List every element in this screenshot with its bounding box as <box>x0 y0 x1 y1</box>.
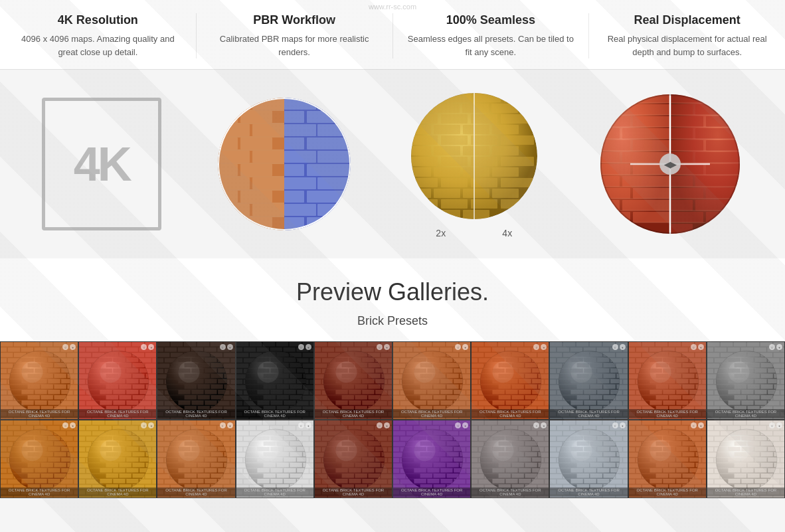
svg-rect-3522 <box>315 436 321 441</box>
thumb-icon: + <box>227 422 233 428</box>
svg-rect-2326 <box>707 353 719 357</box>
svg-rect-2078 <box>668 342 680 347</box>
svg-rect-2582 <box>67 442 79 446</box>
list-item[interactable]: ○ + OCTANE BRICK TEXTURES FOR CINEMA 4D <box>236 420 314 498</box>
svg-rect-2383 <box>773 396 785 400</box>
svg-rect-672 <box>231 358 236 363</box>
svg-rect-3779 <box>466 447 471 452</box>
svg-rect-179 <box>21 347 33 352</box>
svg-point-1834 <box>493 361 514 383</box>
list-item[interactable]: ○ + OCTANE BRICK TEXTURES FOR CINEMA 4D <box>157 420 235 498</box>
feature-displacement: Real Displacement Real physical displace… <box>589 13 785 58</box>
list-item[interactable]: ○ + OCTANE BRICK TEXTURES FOR CINEMA 4D <box>392 341 471 420</box>
list-item[interactable]: ○ + OCTANE BRICK TEXTURES FOR CINEMA 4D <box>78 341 157 420</box>
svg-rect-4249 <box>550 447 556 452</box>
svg-rect-1855 <box>616 353 628 357</box>
list-item[interactable]: ○ + OCTANE BRICK TEXTURES FOR CINEMA 4D <box>314 420 392 498</box>
svg-rect-3772 <box>460 442 472 446</box>
list-item[interactable]: ○ + OCTANE BRICK TEXTURES FOR CINEMA 4D <box>471 341 549 420</box>
svg-rect-417 <box>100 347 112 352</box>
svg-rect-3751 <box>440 426 452 430</box>
svg-rect-679 <box>157 369 163 373</box>
list-item[interactable]: ○ + OCTANE BRICK TEXTURES FOR CINEMA 4D <box>549 420 628 498</box>
svg-rect-666 <box>157 358 163 363</box>
svg-rect-4701 <box>727 426 739 430</box>
svg-rect-4294 <box>624 480 628 484</box>
list-item[interactable]: ○ + OCTANE BRICK TEXTURES FOR CINEMA 4D <box>78 420 157 498</box>
svg-rect-116 <box>633 140 670 151</box>
svg-rect-2602 <box>74 458 78 463</box>
list-item[interactable]: ○ + OCTANE BRICK TEXTURES FOR CINEMA 4D <box>707 420 785 498</box>
svg-rect-2140 <box>629 396 641 400</box>
list-item[interactable]: ○ + OCTANE BRICK TEXTURES FOR CINEMA 4D <box>0 341 78 420</box>
svg-rect-1364 <box>433 342 445 347</box>
list-item[interactable]: ○ + OCTANE BRICK TEXTURES FOR CINEMA 4D <box>392 420 471 498</box>
svg-rect-1618 <box>472 358 478 363</box>
list-item[interactable]: ○ + OCTANE BRICK TEXTURES FOR CINEMA 4D <box>628 341 707 420</box>
thumb-icon: + <box>462 344 468 350</box>
svg-rect-4465 <box>675 426 687 430</box>
svg-rect-3568 <box>315 474 327 479</box>
list-item[interactable]: ○ + OCTANE BRICK TEXTURES FOR CINEMA 4D <box>628 420 707 498</box>
svg-rect-4758 <box>707 474 719 479</box>
svg-point-2547 <box>716 351 777 412</box>
list-item[interactable]: ○ + OCTANE BRICK TEXTURES FOR CINEMA 4D <box>0 420 78 498</box>
svg-rect-4017 <box>545 447 549 452</box>
svg-rect-2371 <box>707 391 713 395</box>
svg-point-1595 <box>402 351 463 412</box>
svg-rect-718 <box>157 401 163 406</box>
svg-rect-3268 <box>276 420 288 425</box>
svg-rect-138 <box>695 128 743 139</box>
svg-rect-3290 <box>309 436 314 441</box>
svg-rect-1432 <box>393 401 399 406</box>
svg-rect-1367 <box>393 347 399 352</box>
svg-rect-4719 <box>707 442 719 446</box>
svg-rect-467 <box>79 391 85 395</box>
thumb-label: OCTANE BRICK TEXTURES FOR CINEMA 4D <box>629 409 706 418</box>
svg-rect-2552 <box>14 420 26 425</box>
svg-rect-2791 <box>106 420 118 425</box>
svg-rect-19 <box>252 204 284 216</box>
pbr-svg <box>218 98 351 230</box>
svg-rect-4288 <box>550 480 556 484</box>
svg-rect-415 <box>79 347 85 352</box>
4k-label: 4K <box>74 137 130 191</box>
svg-rect-904 <box>236 358 242 363</box>
thumb-label: OCTANE BRICK TEXTURES FOR CINEMA 4D <box>550 488 627 497</box>
list-item[interactable]: ○ + OCTANE BRICK TEXTURES FOR CINEMA 4D <box>157 341 235 420</box>
svg-rect-1141 <box>381 353 392 357</box>
pbr-visual <box>218 98 351 230</box>
svg-rect-43 <box>307 164 351 176</box>
svg-rect-885 <box>236 342 248 347</box>
svg-rect-1419 <box>393 391 399 395</box>
svg-rect-4024 <box>472 458 478 463</box>
svg-rect-172 <box>14 342 26 347</box>
svg-rect-1669 <box>538 396 550 400</box>
thumb-icon: + <box>620 422 626 428</box>
svg-rect-2077 <box>655 342 667 347</box>
thumb-label: OCTANE BRICK TEXTURES FOR CINEMA 4D <box>629 488 706 497</box>
thumb-label: OCTANE BRICK TEXTURES FOR CINEMA 4D <box>393 488 470 497</box>
svg-rect-1155 <box>315 369 321 373</box>
svg-rect-4738 <box>707 458 713 463</box>
svg-rect-177 <box>1 347 7 352</box>
list-item[interactable]: ○ + OCTANE BRICK TEXTURES FOR CINEMA 4D <box>549 341 628 420</box>
svg-rect-962 <box>309 401 314 406</box>
svg-rect-147 <box>670 188 703 199</box>
svg-rect-3316 <box>309 458 314 463</box>
svg-rect-2101 <box>629 363 641 368</box>
svg-rect-2814 <box>152 436 157 441</box>
svg-rect-2854 <box>79 474 91 479</box>
list-item[interactable]: ○ + OCTANE BRICK TEXTURES FOR CINEMA 4D <box>471 420 549 498</box>
svg-rect-2853 <box>152 469 157 474</box>
thumb-icon: + <box>70 344 76 350</box>
list-item[interactable]: ○ + OCTANE BRICK TEXTURES FOR CINEMA 4D <box>314 341 392 420</box>
svg-rect-181 <box>47 347 59 352</box>
svg-rect-124 <box>633 188 670 199</box>
svg-rect-4474 <box>629 436 635 441</box>
svg-point-3261 <box>166 429 227 490</box>
list-item[interactable]: ○ + OCTANE BRICK TEXTURES FOR CINEMA 4D <box>236 341 314 420</box>
svg-rect-1129 <box>315 347 321 352</box>
svg-rect-1607 <box>492 347 504 352</box>
list-item[interactable]: ○ + OCTANE BRICK TEXTURES FOR CINEMA 4D <box>707 341 785 420</box>
